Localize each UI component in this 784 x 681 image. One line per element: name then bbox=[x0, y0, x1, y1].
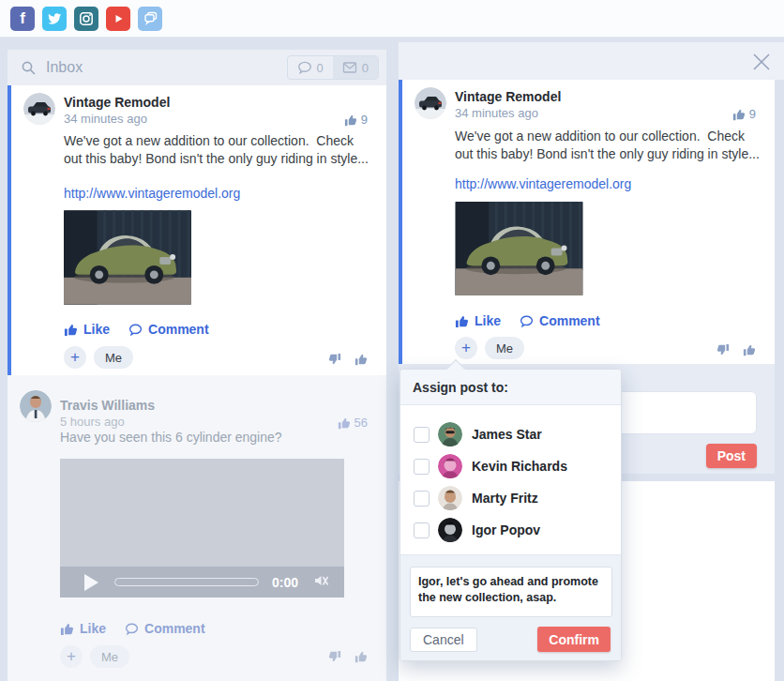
thumb-down-icon[interactable] bbox=[328, 353, 341, 366]
assign-comment-input[interactable]: Igor, let's go ahead and promote the new… bbox=[410, 567, 612, 617]
inbox-post-travis-williams[interactable]: Travis Williams 5 hours ago 56 Have you … bbox=[8, 375, 386, 681]
close-icon bbox=[749, 50, 774, 74]
avatar bbox=[415, 87, 446, 119]
member-row-marty-fritz[interactable]: Marty Fritz bbox=[400, 482, 621, 514]
post-photo-vintage-car[interactable] bbox=[455, 202, 583, 295]
assignee-me-pill[interactable]: Me bbox=[90, 645, 129, 668]
post-author: Travis Williams bbox=[60, 398, 155, 413]
member-checkbox[interactable] bbox=[414, 427, 430, 443]
inbox-header: Inbox 0 0 bbox=[8, 50, 386, 85]
avatar bbox=[438, 518, 462, 542]
member-name: James Star bbox=[472, 427, 542, 442]
search-icon bbox=[21, 60, 37, 76]
member-row-james-star[interactable]: James Star bbox=[400, 418, 621, 450]
post-actions: Like Comment bbox=[455, 313, 600, 328]
facebook-button[interactable]: f bbox=[10, 7, 35, 31]
assignee-me-pill[interactable]: Me bbox=[94, 346, 133, 369]
thumb-up-icon bbox=[60, 622, 74, 636]
inbox-search-placeholder: Inbox bbox=[46, 59, 83, 76]
cancel-button[interactable]: Cancel bbox=[410, 628, 477, 652]
comment-button[interactable]: Comment bbox=[125, 621, 205, 636]
post-timestamp: 34 minutes ago bbox=[455, 106, 538, 120]
comment-bubble-icon bbox=[297, 60, 312, 75]
vote-icons bbox=[716, 343, 756, 356]
assign-plus-button[interactable]: + bbox=[60, 645, 83, 668]
like-label: Like bbox=[80, 621, 106, 636]
post-button[interactable]: Post bbox=[706, 444, 757, 468]
like-button[interactable]: Like bbox=[60, 621, 106, 636]
youtube-button[interactable] bbox=[106, 7, 130, 31]
video-controls: 0:00 bbox=[60, 567, 344, 598]
member-row-kevin-richards[interactable]: Kevin Richards bbox=[400, 450, 621, 482]
post-like-count: 56 bbox=[338, 416, 368, 430]
thumb-up-icon bbox=[64, 323, 78, 337]
member-checkbox[interactable] bbox=[414, 459, 430, 475]
post-body: Have you seen this 6 cylinder engine? bbox=[60, 429, 368, 446]
comments-count: 0 bbox=[317, 61, 324, 75]
video-player[interactable]: 0:00 bbox=[60, 459, 344, 598]
thumb-down-icon[interactable] bbox=[328, 650, 341, 663]
post-photo-vintage-car[interactable] bbox=[64, 210, 191, 305]
member-checkbox[interactable] bbox=[414, 491, 430, 507]
confirm-button[interactable]: Confirm bbox=[537, 627, 611, 652]
assign-row: + Me bbox=[455, 337, 524, 359]
member-checkbox[interactable] bbox=[414, 522, 430, 538]
instagram-button[interactable] bbox=[74, 7, 98, 31]
post-author: Vintage Remodel bbox=[455, 89, 561, 104]
avatar bbox=[23, 93, 55, 125]
inbox-search[interactable]: Inbox bbox=[21, 59, 287, 76]
comments-filter[interactable]: 0 bbox=[288, 56, 333, 79]
member-name: Igor Popov bbox=[472, 522, 540, 537]
assign-row: + Me bbox=[64, 346, 133, 369]
thumb-up-icon bbox=[732, 108, 746, 121]
post-actions: Like Comment bbox=[64, 322, 209, 337]
assignee-me-pill[interactable]: Me bbox=[485, 337, 524, 359]
inbox-filter-counters: 0 0 bbox=[287, 55, 379, 80]
facebook-icon: f bbox=[20, 9, 25, 28]
assign-plus-button[interactable]: + bbox=[64, 346, 86, 369]
post-link[interactable]: http://www.vintageremodel.org bbox=[64, 186, 240, 201]
member-name: Marty Fritz bbox=[472, 491, 538, 506]
chat-app-button[interactable] bbox=[138, 7, 162, 31]
mute-icon[interactable] bbox=[313, 573, 329, 592]
detail-panel-header bbox=[399, 42, 784, 80]
messages-count: 0 bbox=[362, 61, 369, 75]
thumb-down-icon[interactable] bbox=[716, 343, 730, 356]
play-icon[interactable] bbox=[84, 574, 98, 591]
video-time: 0:00 bbox=[272, 575, 298, 590]
thumb-up-icon[interactable] bbox=[743, 343, 756, 356]
twitter-button[interactable] bbox=[42, 7, 67, 31]
comment-bubble-icon bbox=[125, 622, 139, 636]
twitter-icon bbox=[47, 11, 62, 26]
messages-filter[interactable]: 0 bbox=[333, 56, 378, 79]
post-timestamp: 34 minutes ago bbox=[64, 112, 147, 126]
post-link[interactable]: http://www.vintageremodel.org bbox=[455, 176, 631, 191]
close-button[interactable] bbox=[749, 50, 774, 74]
like-label: Like bbox=[83, 322, 110, 337]
post-body: We've got a new addition to our collecti… bbox=[455, 128, 762, 163]
like-button[interactable]: Like bbox=[455, 313, 501, 328]
post-actions: Like Comment bbox=[60, 621, 205, 636]
comment-button[interactable]: Comment bbox=[520, 313, 600, 328]
vote-icons bbox=[328, 650, 368, 663]
avatar bbox=[438, 454, 462, 478]
like-button[interactable]: Like bbox=[64, 322, 110, 337]
comment-button[interactable]: Comment bbox=[128, 322, 209, 337]
comment-bubble-icon bbox=[128, 323, 143, 337]
video-progress-bar[interactable] bbox=[114, 578, 259, 586]
post-body: We've got a new addition to our collecti… bbox=[64, 132, 371, 168]
thumb-up-icon[interactable] bbox=[354, 353, 368, 366]
comment-label: Comment bbox=[539, 313, 600, 328]
social-inbox-app: f Inbox 0 0 bbox=[0, 0, 784, 681]
member-name: Kevin Richards bbox=[472, 459, 567, 474]
assign-plus-button[interactable]: + bbox=[455, 337, 477, 359]
member-row-igor-popov[interactable]: Igor Popov bbox=[400, 514, 621, 546]
comment-bubble-icon bbox=[520, 314, 534, 328]
post-timestamp: 5 hours ago bbox=[60, 415, 125, 429]
envelope-icon bbox=[342, 61, 357, 74]
post-like-count: 9 bbox=[732, 107, 756, 121]
thumb-up-icon[interactable] bbox=[354, 650, 368, 663]
inbox-post-vintage-remodel[interactable]: Vintage Remodel 34 minutes ago 9 We've g… bbox=[8, 85, 386, 375]
avatar bbox=[20, 390, 52, 422]
assign-member-list: James Star Kevin Richards Marty Fritz bbox=[400, 405, 621, 546]
